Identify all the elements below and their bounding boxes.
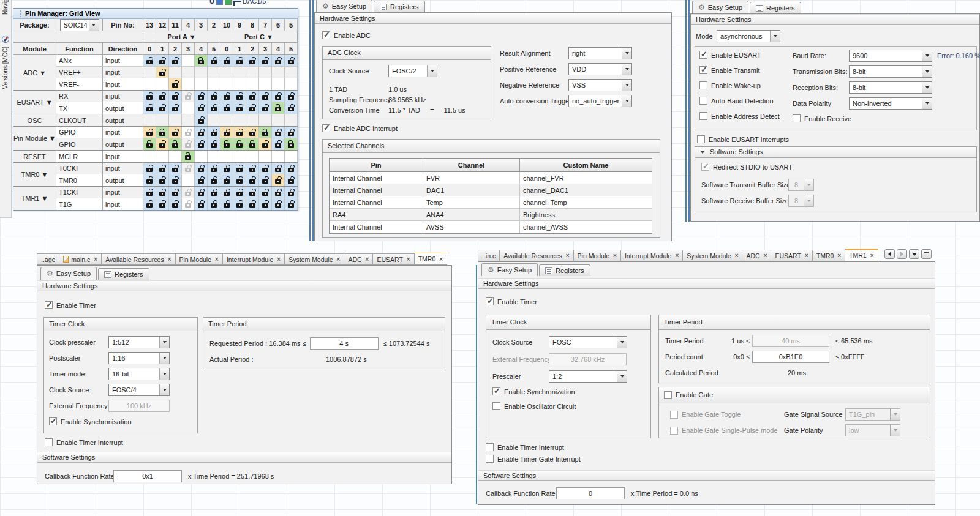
maximize-button[interactable] [921,249,932,259]
transmission-bits-select[interactable]: 8-bit [849,65,932,78]
enable-wake-up-checkbox[interactable]: Enable Wake-up [699,81,780,89]
pin-cell[interactable] [169,55,182,66]
dropdown-button[interactable] [804,195,813,206]
dropdown-button[interactable] [159,368,169,380]
close-icon[interactable]: × [764,252,767,259]
checkbox[interactable] [699,81,707,89]
close-icon[interactable]: × [805,252,809,259]
dock-splitter[interactable] [476,265,477,504]
pin-cell[interactable] [143,55,156,66]
sidebar-item-navigator[interactable]: Navigat [2,0,9,15]
checkbox[interactable] [701,163,709,171]
checkbox[interactable] [699,97,707,105]
result-alignment-select[interactable]: right [568,47,632,59]
pin-cell[interactable] [233,55,246,66]
data-polarity-select[interactable]: Non-Inverted [849,97,932,110]
pin-cell[interactable] [208,174,221,186]
enable-synchronisation-checkbox[interactable]: Enable Synchronisation [49,417,132,425]
channel-row[interactable]: Internal ChannelAVSSchannel_AVSS [330,221,652,233]
enable-timer-checkbox[interactable]: Enable Timer [486,297,537,305]
column-channel[interactable]: Channel [423,159,520,171]
tab-available-resources[interactable]: Available Resources× [500,250,573,261]
dropdown-button[interactable] [770,31,780,42]
rx-buffer-select[interactable]: 8 [788,195,814,207]
pin-cell[interactable] [259,174,272,186]
tab-age[interactable]: ..age [37,253,59,265]
requested-period-input[interactable]: 4 s [310,337,379,350]
enable-synchronization-checkbox[interactable]: Enable Synchronization [492,387,575,395]
module-cell-adc[interactable]: ADC ▼ [13,55,56,90]
tab-easy-setup[interactable]: ⚙Easy Setup [40,267,97,280]
enable-timer-checkbox[interactable]: Enable Timer [45,301,96,309]
tab-adc[interactable]: ADC× [742,250,771,261]
pin-cell[interactable] [259,163,272,174]
checkbox[interactable] [486,455,494,463]
pin-cell[interactable] [182,187,195,198]
pin-cell[interactable] [195,138,208,150]
pin-cell[interactable] [246,91,259,102]
tab-in-c[interactable]: ..in.c [478,250,500,261]
pin-cell[interactable] [221,163,233,174]
enable-eusart-checkbox[interactable]: Enable EUSART [699,51,780,59]
dropdown-button[interactable] [622,64,631,75]
pin-cell[interactable] [156,55,169,66]
pin-cell[interactable] [221,102,233,114]
close-icon[interactable]: × [439,256,443,263]
pin-cell[interactable] [156,91,169,102]
pin-cell[interactable] [221,91,233,102]
pin-cell[interactable] [272,102,285,114]
pin-cell[interactable] [259,187,272,198]
pin-cell[interactable] [143,138,156,150]
pin-cell[interactable] [259,91,272,102]
checkbox[interactable] [492,402,500,410]
dropdown-button[interactable] [622,95,631,107]
toolbar-icon-green[interactable] [225,0,232,5]
timer-period-input[interactable]: 40 ms [752,335,829,347]
callback-rate-input[interactable]: 0x1 [113,470,182,482]
module-cell-eusart[interactable]: EUSART ▼ [13,91,56,114]
pin-cell[interactable] [246,138,259,150]
dropdown-button[interactable] [922,98,932,109]
tab-available-resources[interactable]: Available Resources× [102,253,175,265]
pin-cell[interactable] [246,198,259,210]
dropdown-button[interactable] [922,50,932,61]
pin-cell[interactable] [285,187,298,198]
pin-cell[interactable] [259,127,272,138]
pin-cell[interactable] [169,127,182,138]
pin-cell[interactable] [195,198,208,210]
tab-adc[interactable]: ADC× [344,253,373,265]
checkbox[interactable] [699,66,707,74]
auto-conversion-trigger-select[interactable]: no_auto_trigger [568,95,632,107]
pin-cell[interactable] [246,163,259,174]
close-icon[interactable]: × [735,252,739,259]
tab-system-module[interactable]: System Module× [285,253,344,265]
channel-row[interactable]: Internal ChannelFVRchannel_FVR [330,172,652,184]
pin-cell[interactable] [156,198,169,210]
pin-cell[interactable] [156,187,169,198]
checkbox[interactable] [49,417,57,425]
pin-cell[interactable] [272,127,285,138]
period-count-input[interactable]: 0xB1E0 [752,351,829,363]
drag-handle[interactable] [20,10,21,17]
tab-registers[interactable]: Registers [374,1,424,12]
checkbox[interactable] [486,297,494,305]
pin-cell[interactable] [208,91,221,102]
pin-cell[interactable] [156,102,169,114]
close-icon[interactable]: × [168,256,172,263]
pin-cell[interactable] [208,138,221,150]
pin-cell[interactable] [221,198,233,210]
clock-prescaler-select[interactable]: 1:512 [108,336,170,348]
tab-interrupt-module[interactable]: Interrupt Module× [223,253,285,265]
pin-cell[interactable] [143,127,156,138]
pin-cell[interactable] [156,174,169,186]
enable-eusart-interrupts-checkbox[interactable]: Enable EUSART Interrupts [697,135,789,143]
dropdown-button[interactable] [622,80,631,91]
timer-mode-select[interactable]: 16-bit [108,368,170,380]
close-icon[interactable]: × [407,256,410,263]
clock-source-select[interactable]: FOSC [549,336,627,348]
pin-cell[interactable] [195,163,208,174]
pin-cell[interactable] [285,91,298,102]
dropdown-button[interactable] [804,179,813,190]
sidebar-item-versions-mcc[interactable]: Versions [MCC] [2,47,9,89]
checkbox[interactable] [697,135,705,143]
